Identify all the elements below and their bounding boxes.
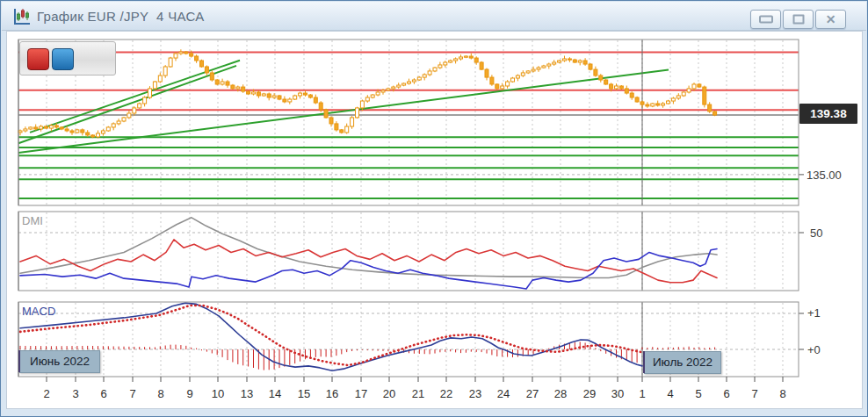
date-tick-label: 30 — [611, 387, 624, 400]
dmi-tick-50: 50 — [810, 226, 822, 240]
date-tick-label: 17 — [355, 387, 367, 400]
date-tick-label: 8 — [779, 387, 785, 400]
red-series-swatch[interactable] — [27, 48, 49, 70]
candlestick-chart-icon — [12, 7, 32, 26]
date-tick-label: 29 — [583, 387, 596, 400]
date-tick-label: 20 — [383, 387, 395, 400]
date-tick-label: 22 — [440, 387, 452, 400]
date-tick-label: 3 — [72, 387, 78, 400]
dmi-panel-label: DMI — [22, 214, 43, 227]
date-tick-label: 2 — [43, 387, 49, 400]
restore-button[interactable] — [783, 10, 814, 29]
date-tick-label: 21 — [412, 387, 424, 400]
date-tick-label: 23 — [469, 387, 481, 400]
date-tick-label: 24 — [497, 387, 510, 400]
date-tick-label: 9 — [186, 387, 192, 400]
close-button[interactable]: ✕ — [815, 10, 846, 29]
chart-window: График EUR /JPY 4 ЧАСА ✕ 236789101314151… — [0, 0, 868, 417]
date-tick-label: 6 — [723, 387, 729, 400]
date-tick-label: 13 — [241, 387, 253, 400]
date-tick-label: 7 — [751, 387, 757, 400]
date-tick-label: 7 — [129, 387, 135, 400]
date-tick-label: 14 — [269, 387, 281, 400]
window-title: График EUR /JPY 4 ЧАСА — [37, 9, 205, 24]
blue-series-swatch[interactable] — [52, 48, 74, 70]
legend-toolbar — [19, 41, 116, 75]
macd-panel-label: MACD — [22, 305, 55, 318]
date-tick-label: 15 — [298, 387, 310, 400]
date-tick-label: 4 — [667, 387, 673, 400]
macd-tick-plus1: +1 — [807, 306, 821, 320]
month-badge-july: Июль 2022 — [644, 351, 721, 374]
date-tick-label: 16 — [326, 387, 338, 400]
date-tick-label: 5 — [695, 387, 701, 400]
month-badge-june: Июнь 2022 — [19, 350, 100, 373]
minimize-button[interactable] — [750, 10, 781, 29]
date-tick-label: 8 — [157, 387, 163, 400]
macd-tick-zero: +0 — [807, 343, 821, 356]
date-tick-label: 1 — [639, 387, 645, 400]
title-bar[interactable]: График EUR /JPY 4 ЧАСА ✕ — [2, 2, 866, 31]
date-tick-label: 10 — [212, 387, 224, 400]
date-tick-label: 27 — [526, 387, 539, 400]
date-tick-label: 28 — [554, 387, 567, 400]
month-separator-edge — [18, 350, 20, 372]
current-price-badge: 139.38 — [799, 104, 857, 124]
chart-canvas[interactable]: 2367891013141516172021222324272829301456… — [1, 31, 867, 416]
date-tick-label: 6 — [100, 387, 106, 400]
month-separator-edge — [643, 351, 645, 373]
price-tick-135: 135.00 — [807, 169, 842, 182]
